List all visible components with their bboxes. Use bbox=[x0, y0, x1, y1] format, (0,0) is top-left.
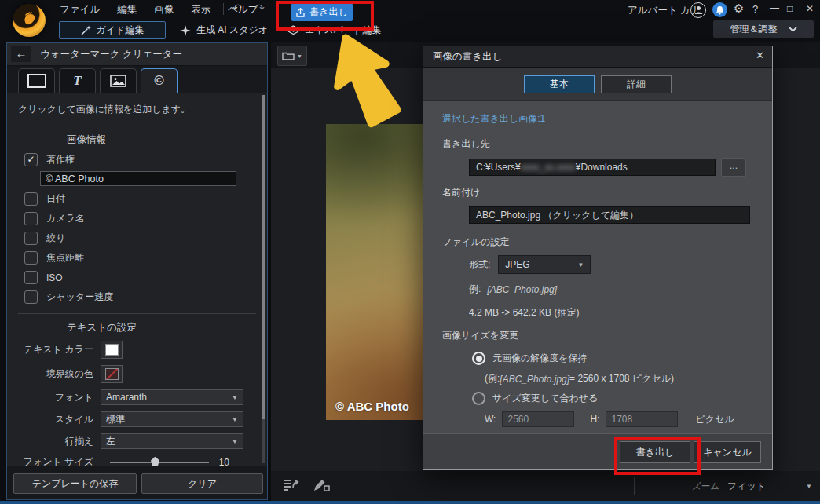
style-dropdown[interactable]: 標準 ▼ bbox=[101, 411, 243, 427]
format-dropdown[interactable]: JPEG ▼ bbox=[498, 255, 591, 274]
text-settings-header: テキストの設定 bbox=[67, 321, 256, 334]
back-button[interactable]: ← bbox=[11, 46, 31, 62]
window-close-button[interactable]: ✕ bbox=[806, 3, 814, 14]
date-checkbox[interactable] bbox=[24, 192, 38, 206]
annotation-red-box-export bbox=[614, 437, 701, 475]
toolbar-divider bbox=[634, 477, 635, 495]
manage-adjust-label: 管理＆調整 bbox=[730, 23, 778, 36]
manage-adjust-button[interactable]: 管理＆調整 bbox=[713, 20, 814, 38]
tab-image[interactable] bbox=[100, 68, 137, 93]
shutter-label: シャッター速度 bbox=[46, 290, 113, 304]
redo-icon[interactable]: ↷ bbox=[255, 2, 265, 14]
clear-button[interactable]: クリア bbox=[141, 473, 263, 494]
annotation-red-box-top bbox=[276, 1, 374, 31]
camera-label: カメラ名 bbox=[46, 212, 85, 225]
divider bbox=[18, 313, 256, 314]
destination-path-field[interactable]: C:¥Users¥xxxx_xx.xxxx¥Downloads bbox=[469, 159, 716, 176]
aperture-checkbox[interactable] bbox=[24, 232, 38, 245]
align-dropdown[interactable]: 左 ▼ bbox=[101, 433, 243, 449]
text-color-swatch[interactable] bbox=[101, 341, 123, 359]
naming-label: 名前付け bbox=[442, 186, 772, 199]
resize-fit-radio[interactable] bbox=[472, 392, 485, 405]
generative-ai-studio-label: 生成 AI スタジオ bbox=[196, 24, 268, 37]
font-size-slider[interactable] bbox=[110, 462, 209, 463]
text-icon: T bbox=[73, 73, 81, 89]
path-suffix: ¥Downloads bbox=[576, 162, 628, 173]
keep-example-prefix: (例: bbox=[485, 372, 500, 385]
white-swatch bbox=[105, 344, 119, 356]
account-avatar-icon[interactable] bbox=[690, 2, 706, 18]
zoom-dropdown[interactable]: フィット ▼ bbox=[727, 478, 812, 494]
tab-text[interactable]: T bbox=[59, 68, 96, 93]
keep-example-suffix: = 2560 x 1708 ピクセル) bbox=[569, 372, 674, 385]
tab-copyright[interactable]: © bbox=[141, 68, 178, 93]
shutter-checkbox[interactable] bbox=[24, 290, 38, 304]
frame-icon bbox=[27, 74, 46, 88]
keep-resolution-radio[interactable] bbox=[472, 352, 485, 365]
window-maximize-button[interactable]: □ bbox=[787, 3, 793, 14]
edit-pencil-icon[interactable] bbox=[312, 477, 331, 493]
panel-header: ← ウォーターマーク クリエーター bbox=[7, 43, 267, 66]
dialog-footer: 書き出し キャンセル bbox=[423, 433, 772, 469]
focal-length-checkbox[interactable] bbox=[24, 251, 38, 265]
dropdown-arrow-icon: ▼ bbox=[577, 261, 584, 268]
example-row: 例: [ABC_Photo.jpg] bbox=[469, 283, 772, 296]
cancel-button[interactable]: キャンセル bbox=[694, 441, 761, 463]
width-input[interactable] bbox=[502, 411, 574, 427]
menu-file[interactable]: ファイル bbox=[60, 3, 100, 16]
save-template-button[interactable]: テンプレートの保存 bbox=[13, 473, 137, 494]
dropdown-arrow-icon: ▼ bbox=[232, 438, 238, 444]
border-color-label: 境界線の色 bbox=[18, 367, 93, 381]
resize-section-label: 画像サイズを変更 bbox=[442, 329, 772, 342]
dropdown-arrow-icon: ▼ bbox=[232, 416, 238, 422]
photodirector-logo-icon bbox=[13, 4, 46, 37]
export-dialog: 画像の書き出し ✕ 基本 詳細 選択した書き出し画像:1 書き出し先 C:¥Us… bbox=[423, 46, 773, 470]
path-prefix: C:¥Users¥ bbox=[476, 162, 521, 173]
guided-edit-tab[interactable]: ガイド編集 bbox=[59, 21, 166, 39]
scrollbar-thumb[interactable] bbox=[262, 95, 265, 419]
sparkle-icon bbox=[180, 25, 191, 36]
copyright-checkbox[interactable]: ✓ bbox=[24, 153, 38, 166]
checkbox-row-camera: カメラ名 bbox=[24, 212, 256, 225]
generative-ai-studio-tab[interactable]: 生成 AI スタジオ bbox=[180, 24, 268, 37]
window-minimize-button[interactable]: — bbox=[770, 2, 779, 13]
settings-gear-icon[interactable]: ⚙ bbox=[734, 2, 744, 16]
font-dropdown[interactable]: Amaranth ▼ bbox=[101, 389, 243, 405]
tab-advanced[interactable]: 詳細 bbox=[601, 75, 672, 93]
panel-scrollbar[interactable] bbox=[262, 95, 265, 463]
pixels-label: ピクセル bbox=[695, 413, 734, 426]
magic-wand-icon bbox=[81, 25, 91, 35]
open-folder-button[interactable]: ▼ bbox=[277, 46, 307, 66]
batch-export-list-icon[interactable] bbox=[282, 477, 299, 493]
browse-button[interactable]: ... bbox=[721, 158, 746, 177]
keep-example-filename: [ABC_Photo.jpg] bbox=[500, 374, 569, 385]
menu-image[interactable]: 画像 bbox=[154, 3, 174, 16]
undo-icon[interactable]: ↶ bbox=[232, 2, 242, 14]
border-color-swatch[interactable] bbox=[101, 365, 123, 383]
font-value: Amaranth bbox=[106, 392, 147, 403]
filename-field[interactable]: ABC_Photo.jpg （クリックして編集） bbox=[469, 206, 750, 224]
watermark-text[interactable]: © ABC Photo bbox=[335, 400, 409, 413]
text-color-row: テキスト カラー bbox=[18, 341, 256, 359]
menu-edit[interactable]: 編集 bbox=[117, 3, 137, 16]
focal-length-label: 焦点距離 bbox=[46, 251, 84, 265]
naming-row: ABC_Photo.jpg （クリックして編集） bbox=[469, 206, 772, 224]
copyright-text-input[interactable] bbox=[40, 171, 236, 186]
menu-view[interactable]: 表示 bbox=[191, 3, 210, 16]
copyright-icon: © bbox=[154, 73, 164, 89]
menubar: ファイル 編集 画像 表示 ヘルプ bbox=[60, 3, 258, 16]
height-input[interactable] bbox=[606, 411, 678, 427]
iso-checkbox[interactable] bbox=[24, 271, 38, 284]
height-label: H: bbox=[590, 414, 599, 425]
example-filename: [ABC_Photo.jpg] bbox=[487, 284, 557, 295]
tab-basic[interactable]: 基本 bbox=[524, 75, 595, 93]
panel-hint-text: クリックして画像に情報を追加します。 bbox=[18, 93, 256, 116]
help-icon[interactable]: ? bbox=[752, 3, 758, 15]
camera-checkbox[interactable] bbox=[24, 212, 38, 225]
dropdown-arrow-icon: ▼ bbox=[297, 53, 302, 59]
logo-glyph bbox=[21, 11, 37, 28]
notifications-bell-icon[interactable] bbox=[712, 2, 727, 17]
dialog-close-icon[interactable]: ✕ bbox=[756, 49, 764, 61]
tab-frame[interactable] bbox=[18, 68, 55, 93]
iso-label: ISO bbox=[46, 272, 63, 283]
